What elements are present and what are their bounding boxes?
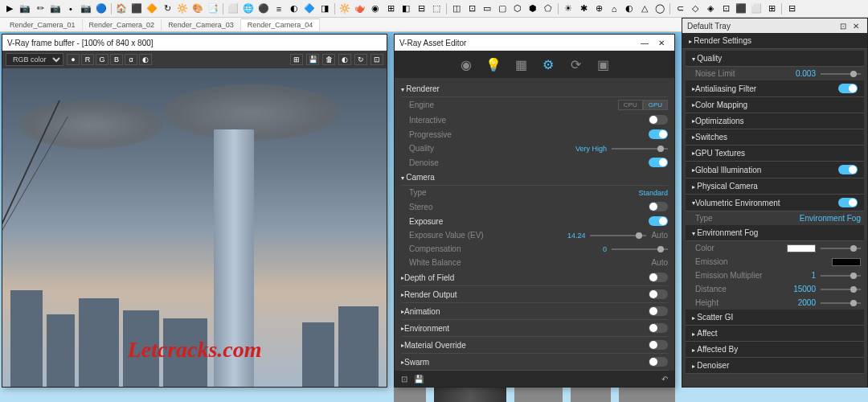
footer-icon[interactable]: ⊡ <box>401 375 407 384</box>
tray-section-header[interactable]: Scatter GI <box>686 310 864 326</box>
channel-button[interactable]: ● <box>67 54 80 65</box>
vol-env-header[interactable]: Volumetric Environment <box>686 195 864 211</box>
minimize-icon[interactable]: — <box>636 39 653 47</box>
toolbar-icon[interactable]: 📷 <box>80 2 92 15</box>
asset-tab-icon[interactable]: ◉ <box>456 54 477 75</box>
tray-section-header[interactable]: Denoiser <box>686 358 864 374</box>
toolbar-icon[interactable]: ◇ <box>689 2 702 15</box>
toolbar-icon[interactable]: 🫖 <box>354 2 366 15</box>
phys-cam-header[interactable]: Physical Camera <box>686 178 864 195</box>
toolbar-icon[interactable]: ◐ <box>288 2 301 15</box>
toolbar-icon[interactable]: ⬛ <box>735 2 747 15</box>
aa-toggle[interactable] <box>838 84 858 93</box>
toolbar-icon[interactable]: 🎨 <box>191 2 204 15</box>
tray-close-icon[interactable]: ✕ <box>850 22 862 31</box>
toolbar-icon[interactable]: 📷 <box>49 2 62 15</box>
color-slider[interactable] <box>821 248 861 249</box>
undo-icon[interactable]: ↶ <box>661 375 668 384</box>
scene-tab[interactable]: Render_Camera_02 <box>83 19 162 31</box>
frame-buffer-tool-icon[interactable]: ↻ <box>354 54 367 65</box>
toolbar-icon[interactable]: 🔆 <box>338 2 351 15</box>
section-toggle[interactable] <box>649 323 668 333</box>
color-swatch[interactable] <box>787 244 816 252</box>
tray-section-header[interactable]: Antialiasing Filter <box>686 80 864 97</box>
tray-pin-icon[interactable]: ⊡ <box>837 22 850 31</box>
gi-header[interactable]: Global Illumination <box>686 162 864 178</box>
quality-header[interactable]: Quality <box>686 51 864 67</box>
toolbar-icon[interactable]: ⚫ <box>257 2 270 15</box>
default-tray[interactable]: Default Tray ⊡ ✕ Render Settings Quality… <box>682 18 868 388</box>
camera-section[interactable]: Camera <box>401 170 668 186</box>
toolbar-icon[interactable]: 🏠 <box>115 2 128 15</box>
emission-swatch[interactable] <box>832 258 861 266</box>
tray-section-header[interactable]: GPU Textures <box>686 146 864 162</box>
noise-slider[interactable] <box>821 73 861 75</box>
engine-toggle[interactable]: CPUGPU <box>618 100 668 110</box>
stereo-toggle[interactable] <box>649 202 668 211</box>
toolbar-icon[interactable]: ⬢ <box>526 2 539 15</box>
footer-icon[interactable]: 💾 <box>414 375 424 384</box>
frame-buffer-tool-icon[interactable]: 💾 <box>306 54 319 65</box>
renderer-section[interactable]: Renderer <box>401 81 668 97</box>
close-icon[interactable]: ✕ <box>653 39 669 47</box>
ae-section-header[interactable]: Swarm <box>401 354 668 371</box>
toolbar-icon[interactable]: ▭ <box>481 2 493 15</box>
toolbar-icon[interactable]: ◯ <box>653 2 666 15</box>
section-toggle[interactable] <box>649 306 668 316</box>
frame-buffer-window[interactable]: V-Ray frame buffer - [100% of 840 x 800]… <box>2 34 387 388</box>
ae-section-header[interactable]: Depth of Field <box>401 269 668 286</box>
toolbar-icon[interactable]: ⬠ <box>542 2 555 15</box>
section-toggle[interactable] <box>649 357 668 367</box>
toolbar-icon[interactable]: △ <box>638 2 651 15</box>
vol-env-toggle[interactable] <box>838 198 858 207</box>
scene-tab[interactable]: Render_Camera_01 <box>3 19 83 31</box>
toolbar-icon[interactable]: ◧ <box>399 2 412 15</box>
toolbar-icon[interactable]: ⊡ <box>719 2 732 15</box>
toolbar-icon[interactable]: 🔷 <box>303 2 316 15</box>
frame-buffer-tool-icon[interactable]: ◐ <box>338 54 351 65</box>
scene-tab[interactable]: Render_Camera_04 <box>241 18 321 31</box>
toolbar-icon[interactable]: 🌐 <box>242 2 255 15</box>
toolbar-icon[interactable]: 📑 <box>207 2 219 15</box>
frame-buffer-tool-icon[interactable]: 🗑 <box>322 54 335 65</box>
channel-button[interactable]: ◐ <box>139 54 152 65</box>
frame-buffer-tool-icon[interactable]: ⊡ <box>371 54 383 65</box>
toolbar-icon[interactable]: ⬚ <box>430 2 443 15</box>
ae-section-header[interactable]: Environment <box>401 320 668 337</box>
height-slider[interactable] <box>821 302 861 304</box>
toolbar-icon[interactable]: • <box>64 2 77 15</box>
toolbar-icon[interactable]: ✏ <box>34 2 47 15</box>
toolbar-icon[interactable]: 🔶 <box>145 2 158 15</box>
asset-tab-icon[interactable]: ⚙ <box>538 54 559 75</box>
section-toggle[interactable] <box>649 340 668 350</box>
toolbar-icon[interactable]: ◫ <box>450 2 463 15</box>
toolbar-icon[interactable]: ⊞ <box>384 2 397 15</box>
gi-toggle[interactable] <box>838 165 858 174</box>
em-mult-slider[interactable] <box>821 275 861 277</box>
section-toggle[interactable] <box>649 289 668 299</box>
toolbar-icon[interactable]: ⊡ <box>465 2 478 15</box>
channel-button[interactable]: B <box>110 54 123 65</box>
tray-section-header[interactable]: Optimizations <box>686 113 864 129</box>
ae-section-header[interactable]: Animation <box>401 303 668 320</box>
channel-button[interactable]: G <box>96 54 108 65</box>
toolbar-icon[interactable]: ↻ <box>161 2 174 15</box>
toolbar-icon[interactable]: ⊟ <box>785 2 798 15</box>
asset-tab-icon[interactable]: ▦ <box>510 54 531 75</box>
toolbar-icon[interactable]: ⊕ <box>592 2 605 15</box>
distance-slider[interactable] <box>821 289 861 290</box>
asset-tab-icon[interactable]: ⟳ <box>565 54 586 75</box>
tray-section-header[interactable]: Affect <box>686 326 864 342</box>
toolbar-icon[interactable]: ⬡ <box>511 2 524 15</box>
env-fog-header[interactable]: Environment Fog <box>686 225 864 241</box>
ev-slider[interactable] <box>590 235 646 236</box>
tray-section-header[interactable]: Switches <box>686 129 864 146</box>
toolbar-icon[interactable]: ◨ <box>318 2 331 15</box>
quality-slider[interactable] <box>612 148 668 150</box>
toolbar-icon[interactable]: ◐ <box>623 2 636 15</box>
section-toggle[interactable] <box>649 273 668 282</box>
asset-editor-window[interactable]: V-Ray Asset Editor — ✕ ◉💡▦⚙⟳▣ Renderer E… <box>394 34 675 388</box>
ae-section-header[interactable]: Material Override <box>401 337 668 354</box>
channel-button[interactable]: R <box>81 54 94 65</box>
tray-section-header[interactable]: Color Mapping <box>686 97 864 113</box>
